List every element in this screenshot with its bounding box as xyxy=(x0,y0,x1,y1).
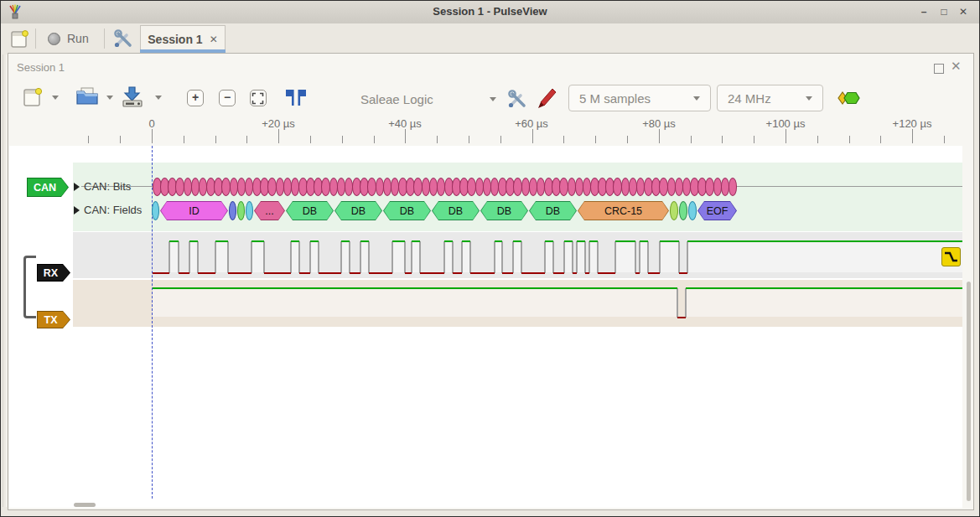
zoom-out-button[interactable]: − xyxy=(219,90,236,106)
new-dropdown-arrow-icon[interactable] xyxy=(52,96,59,100)
wave-edge xyxy=(589,241,590,273)
tab-session-1[interactable]: Session 1 ✕ xyxy=(140,25,226,52)
wave-high-fill xyxy=(660,242,679,272)
can-field-db: DB xyxy=(286,201,334,220)
sample-count-combo[interactable]: 5 M samples xyxy=(568,85,711,111)
channels-button[interactable] xyxy=(537,86,558,110)
ruler-tick xyxy=(246,136,247,143)
ruler-tick xyxy=(152,129,153,143)
toolbar-separator xyxy=(104,28,105,49)
wave-edge xyxy=(309,241,311,273)
wave-edge xyxy=(614,241,616,273)
tab-label: Session 1 xyxy=(148,33,202,46)
wave-level-line xyxy=(412,240,420,242)
open-dropdown-arrow-icon[interactable] xyxy=(106,96,113,100)
stopped-circle-icon xyxy=(48,33,60,45)
can-field-id: ID xyxy=(160,201,228,220)
samples-dropdown-arrow-icon xyxy=(693,96,700,101)
row-expander-icon[interactable] xyxy=(74,183,80,191)
wave-edge xyxy=(197,241,199,273)
ruler-label: +80 µs xyxy=(642,117,676,130)
wave-level-line xyxy=(686,287,962,289)
wave-level-line xyxy=(369,272,392,274)
close-session-icon[interactable]: ✕ xyxy=(951,59,962,74)
wave-level-line xyxy=(169,240,179,242)
wave-level-line xyxy=(341,240,350,242)
can-field-bit xyxy=(246,201,253,220)
wave-edge xyxy=(677,288,678,318)
can-field-bit xyxy=(688,201,697,220)
wave-edge xyxy=(635,241,636,273)
can-field-bit xyxy=(237,201,245,220)
wave-edge xyxy=(404,241,406,273)
trigger-marker-falling-edge-icon[interactable] xyxy=(941,247,961,266)
can-field-db-label: DB xyxy=(383,201,431,220)
ruler-tick xyxy=(786,129,786,143)
maximize-button[interactable]: □ xyxy=(936,4,951,19)
new-file-button[interactable] xyxy=(22,85,44,109)
ruler-label: +100 µs xyxy=(766,117,806,130)
channel-group-bracket[interactable] xyxy=(23,256,36,318)
ruler-tick xyxy=(215,136,216,143)
horizontal-scrollbar[interactable] xyxy=(74,503,96,507)
device-selector[interactable]: Saleae Logic xyxy=(360,89,496,109)
wave-level-line xyxy=(687,240,962,242)
wave-edge xyxy=(368,241,370,273)
wave-edge xyxy=(659,241,661,273)
run-button[interactable]: Run xyxy=(43,27,100,50)
ruler-tick xyxy=(944,136,945,143)
wave-edge xyxy=(576,241,578,273)
decoder-row-label: CAN: Fields xyxy=(84,204,142,216)
can-field-db: DB xyxy=(480,201,528,220)
wave-edge xyxy=(563,241,565,273)
minimize-button[interactable]: – xyxy=(916,4,931,19)
close-button[interactable]: ✕ xyxy=(956,4,971,19)
wave-level-line xyxy=(521,272,545,274)
restore-window-icon[interactable] xyxy=(934,64,944,74)
can-field-bit xyxy=(152,201,159,220)
add-decoder-button[interactable] xyxy=(835,90,862,106)
open-button[interactable] xyxy=(75,85,99,107)
wave-edge xyxy=(461,241,463,273)
decoder-tag-can[interactable]: CAN xyxy=(27,178,69,197)
can-field-eof-label: EOF xyxy=(697,201,737,220)
wave-high-fill xyxy=(215,242,228,272)
wave-high-fill xyxy=(615,242,635,272)
vertical-scrollbar[interactable] xyxy=(967,282,971,501)
wave-edge xyxy=(411,241,412,273)
configure-device-button[interactable] xyxy=(506,88,528,110)
settings-button[interactable] xyxy=(111,27,135,50)
new-session-button[interactable] xyxy=(8,27,33,50)
ruler-label: 0 xyxy=(148,117,154,130)
wave-edge xyxy=(544,241,546,273)
save-button[interactable] xyxy=(120,85,145,108)
ruler-tick xyxy=(627,136,628,143)
show-cursors-button[interactable] xyxy=(283,87,309,109)
save-dropdown-arrow-icon[interactable] xyxy=(155,96,162,100)
ruler-tick xyxy=(184,136,184,143)
wave-level-line xyxy=(648,272,660,274)
channel-tag-tx[interactable]: TX xyxy=(37,311,70,328)
row-expander-icon[interactable] xyxy=(74,206,80,215)
wave-edge xyxy=(552,241,554,273)
can-field-bit xyxy=(670,201,678,220)
can-field-bit xyxy=(679,201,687,220)
wave-level-line xyxy=(495,240,502,242)
splitter-groove xyxy=(3,54,7,507)
time-cursor-line[interactable] xyxy=(152,146,153,499)
wave-edge xyxy=(263,241,265,273)
wave-edge xyxy=(597,241,599,273)
zoom-fit-button[interactable] xyxy=(250,90,267,106)
zoom-in-button[interactable]: + xyxy=(187,90,204,106)
wave-level-line xyxy=(635,272,640,274)
wave-edge xyxy=(169,241,170,273)
channel-tag-rx[interactable]: RX xyxy=(37,264,70,282)
wave-level-line xyxy=(179,272,189,274)
ruler-tick xyxy=(880,136,881,143)
ruler-label: +20 µs xyxy=(262,117,295,130)
decoder-tag-can-label: CAN xyxy=(27,178,69,197)
tab-close-icon[interactable]: ✕ xyxy=(210,34,218,45)
sample-rate-combo[interactable]: 24 MHz xyxy=(717,85,823,111)
rate-dropdown-arrow-icon xyxy=(806,96,812,101)
wave-level-line xyxy=(153,272,169,274)
